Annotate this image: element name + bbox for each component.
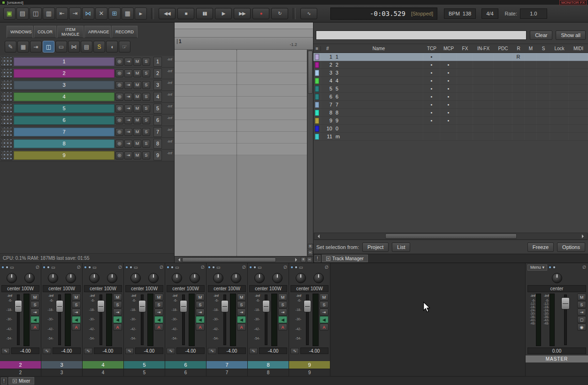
toolbar-icon-button[interactable]: ⋈ [82,8,94,20]
strip-track-name[interactable]: 9 [289,361,330,369]
tcp-dot-cell[interactable] [423,133,440,140]
infx-cell[interactable] [473,125,494,132]
midi-cell[interactable] [569,101,588,108]
timeline-ruler[interactable]: 1 -1.2 [175,38,313,50]
solo-button[interactable]: S [196,301,205,308]
track-color-swatch[interactable] [315,78,319,84]
column-header[interactable]: M [525,46,537,51]
track-row[interactable]: 6 ◎ ⇥ M S 6 -inf [0,114,174,126]
track-name[interactable]: 3 [14,81,115,90]
solo-cell[interactable] [537,125,550,132]
strip-track-name[interactable]: 4 [83,361,123,369]
width-knob[interactable] [66,273,76,283]
fader-handle[interactable] [97,300,105,312]
solo-button[interactable]: S [142,81,150,89]
monitor-fx-button[interactable]: MONITOR FX [559,0,587,5]
phase-icon[interactable]: ∅ [77,265,81,270]
volume-fader[interactable] [13,294,23,346]
lock-cell[interactable] [550,69,569,76]
envelope-button[interactable]: ∿ [290,348,299,354]
record-arm-cell[interactable] [512,133,525,140]
transport-button[interactable]: ◀◀ [159,8,176,19]
route-button[interactable]: ⇥ [31,309,39,316]
record-arm-cell[interactable] [512,101,525,108]
pan-knob[interactable] [296,273,306,283]
strip-option-icon[interactable] [167,266,169,269]
solo-cell[interactable] [537,101,550,108]
transport-button[interactable]: ■ [177,8,194,19]
mute-button[interactable]: M [237,294,246,301]
track-color-swatch[interactable] [315,86,319,92]
volume-fader[interactable] [220,294,230,346]
row-name-cell[interactable]: 5 [334,85,423,92]
receives-button[interactable]: ◀ [72,316,81,323]
tcp-dot-cell[interactable]: • [423,53,440,60]
scroll-left-arrow[interactable] [176,257,181,262]
column-header[interactable]: # [321,46,334,51]
transport-button[interactable]: ▮▮ [196,8,213,19]
record-arm-button[interactable]: ◎ [115,81,123,89]
solo-button[interactable]: S [72,301,81,308]
mcp-dot-cell[interactable]: • [440,109,457,116]
lock-cell[interactable] [550,77,569,84]
column-header[interactable]: TCP [423,46,440,51]
fader-mode-icon[interactable]: ▭ [299,265,303,270]
solo-button[interactable]: S [113,301,122,308]
row-name-cell[interactable]: 6 [334,93,423,100]
pan-knob[interactable] [7,273,17,283]
solo-button[interactable]: S [320,301,328,308]
toolbar-icon-button[interactable]: ▸ [135,8,147,20]
strip-track-name[interactable]: 8 [248,361,289,369]
zoom-in-button[interactable]: + [308,244,313,249]
width-knob[interactable] [190,273,200,283]
track-name[interactable]: 8 [14,139,115,148]
midi-cell[interactable] [569,69,588,76]
volume-readout[interactable]: -4.00 [53,347,81,354]
track-lane[interactable] [175,108,307,120]
mute-cell[interactable] [525,69,537,76]
receives-button[interactable]: ◀ [154,316,163,323]
track-manager-row[interactable]: 5 5 • • [313,85,588,93]
route-button[interactable]: ⇥ [278,309,287,316]
receives-button[interactable]: ◀ [320,316,328,323]
freeze-button[interactable]: Freeze [527,242,554,252]
strip-option-icon-2[interactable] [295,266,298,269]
strip-option-icon-2[interactable] [253,266,256,269]
transport-button[interactable]: ▶ [215,8,232,19]
record-arm-button[interactable]: A [154,324,163,331]
mute-cell[interactable] [525,53,537,60]
pan-width-display[interactable]: center 100W [125,285,163,292]
route-button[interactable]: ⇥ [124,81,132,89]
pan-width-display[interactable]: center 100W [290,285,328,292]
tcp-dot-cell[interactable]: • [423,61,440,68]
record-arm-button[interactable]: A [320,324,328,331]
horizontal-scroll-thumb[interactable] [385,234,517,239]
tool-icon-button[interactable]: ▤ [81,41,92,53]
fx-cell[interactable] [457,69,473,76]
track-grip[interactable] [1,68,12,78]
row-name-cell[interactable]: 4 [334,77,423,84]
track-grip[interactable] [1,104,12,113]
record-arm-button[interactable]: A [278,324,287,331]
envelope-button[interactable]: ∿ [249,348,258,354]
track-row[interactable]: 7 ◎ ⇥ M S 7 -inf [0,126,174,138]
phase-icon[interactable]: ∅ [36,265,39,270]
record-arm-button[interactable]: A [237,324,246,331]
track-lane[interactable] [175,61,307,73]
route-button[interactable]: ⇥ [124,105,132,113]
mute-button[interactable]: M [154,294,163,301]
track-grip[interactable] [1,92,12,102]
strip-track-name[interactable]: 3 [41,361,82,369]
fader-mode-icon[interactable]: ▭ [10,265,14,270]
track-manager-row[interactable]: 9 9 • • [313,117,588,125]
solo-cell[interactable] [537,93,550,100]
mute-button[interactable]: M [133,69,141,77]
envelope-button[interactable]: ∿ [167,348,175,354]
track-grip[interactable] [1,115,12,125]
toolbar-icon-button[interactable]: ▣ [3,8,15,20]
strip-track-name[interactable]: 2 [0,361,41,369]
filter-input[interactable] [316,30,527,40]
envelope-mode-button[interactable]: ∿ [300,8,317,19]
mcp-dot-cell[interactable]: • [440,69,457,76]
strip-option-icon-2[interactable] [47,266,50,269]
